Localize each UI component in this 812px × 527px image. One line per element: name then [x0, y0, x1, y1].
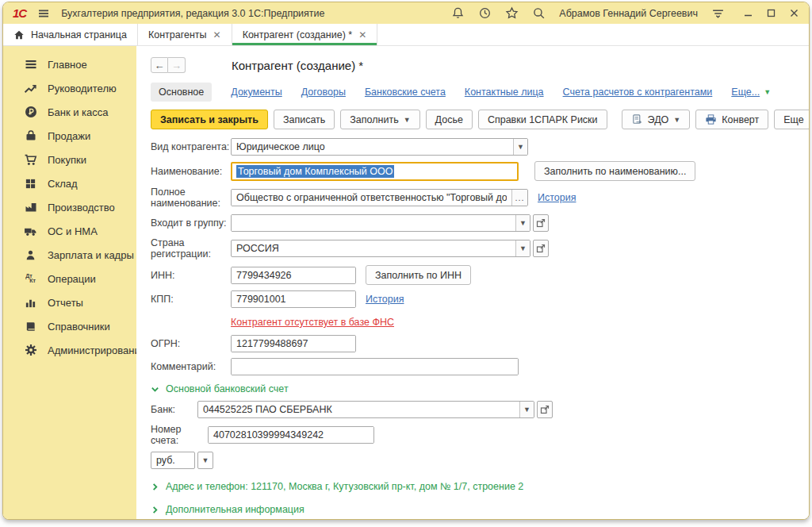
open-form-icon	[540, 405, 550, 414]
close-tab-icon[interactable]: ✕	[358, 29, 366, 40]
chevron-down-icon[interactable]: ▼	[513, 139, 527, 155]
address-section-toggle[interactable]: Адрес и телефон: 121170, Москва г, Кутуз…	[151, 481, 810, 492]
edo-dropdown-button[interactable]: ЭДО▼	[622, 110, 691, 129]
fill-by-name-button[interactable]: Заполнить по наименованию...	[534, 161, 695, 181]
group-open-button[interactable]	[533, 214, 549, 232]
kpp-input[interactable]	[231, 290, 356, 308]
sidebar-item-glavnoe[interactable]: Главное	[3, 52, 136, 76]
dossier-button[interactable]: Досье	[426, 110, 473, 129]
history-icon[interactable]	[478, 6, 492, 20]
nav-dogovory[interactable]: Договоры	[301, 87, 346, 98]
group-combobox[interactable]: ▼	[231, 214, 530, 232]
tab-label: Начальная страница	[31, 29, 127, 40]
book-icon	[24, 320, 37, 333]
kpp-text[interactable]	[232, 291, 355, 307]
chevron-down-icon[interactable]: ▼	[519, 402, 534, 417]
full-name-text[interactable]	[232, 190, 511, 206]
save-button[interactable]: Записать	[274, 110, 335, 129]
bank-combobox[interactable]: 044525225 ПАО СБЕРБАНК ▼	[197, 401, 534, 418]
notifications-bell-icon[interactable]	[451, 6, 465, 20]
save-and-close-button[interactable]: Записать и закрыть	[151, 110, 268, 129]
service-menu-icon[interactable]	[711, 6, 725, 20]
full-name-input[interactable]: ...	[231, 189, 528, 206]
group-text[interactable]	[232, 215, 515, 231]
search-icon[interactable]	[532, 6, 546, 20]
sidebar-item-proizvodstvo[interactable]: Производство	[3, 195, 136, 219]
nav-more-button[interactable]: Еще... ▼	[731, 87, 771, 98]
kind-combobox[interactable]: Юридическое лицо ▼	[231, 138, 528, 156]
extra-info-section-toggle[interactable]: Дополнительная информация	[151, 504, 810, 515]
sidebar-item-sklad[interactable]: Склад	[3, 171, 136, 195]
bank-section-toggle[interactable]: Основной банковский счет	[151, 383, 810, 394]
inn-input[interactable]	[231, 267, 356, 284]
nav-bankovskie-scheta[interactable]: Банковские счета	[365, 87, 446, 98]
account-number-text[interactable]	[209, 427, 373, 443]
sidebar-item-zarplata-kadry[interactable]: Зарплата и кадры	[3, 243, 136, 267]
nav-kontaktnye-lica[interactable]: Контактные лица	[465, 87, 544, 98]
tab-kontragenty[interactable]: Контрагенты ✕	[138, 24, 232, 45]
country-open-button[interactable]	[533, 240, 549, 257]
chevron-right-icon	[151, 506, 159, 514]
fill-by-inn-button[interactable]: Заполнить по ИНН	[366, 265, 471, 285]
favorites-star-icon[interactable]	[505, 6, 519, 20]
nav-scheta-raschetov[interactable]: Счета расчетов с контрагентами	[563, 87, 713, 98]
current-user[interactable]: Абрамов Геннадий Сергеевич	[559, 8, 698, 19]
field-label: Полное наименование:	[151, 187, 231, 209]
name-input[interactable]: Торговый дом Комплексный ООО	[231, 162, 519, 181]
chevron-down-icon[interactable]: ▼	[515, 215, 530, 231]
country-combobox[interactable]: РОССИЯ ▼	[231, 240, 530, 257]
grid-icon	[24, 177, 37, 190]
chevron-down-icon: ▼	[764, 88, 771, 96]
form-nav: Основное Документы Договоры Банковские с…	[151, 82, 810, 102]
sidebar-item-os-nma[interactable]: ОС и НМА	[3, 219, 136, 243]
field-label: Входит в группу:	[151, 217, 231, 229]
ogrn-text[interactable]	[232, 336, 355, 352]
nav-dokumenty[interactable]: Документы	[231, 87, 282, 98]
sidebar-item-operacii[interactable]: ДтКт Операции	[3, 267, 136, 290]
more-dropdown-button[interactable]: Еще▼	[774, 110, 810, 129]
account-number-input[interactable]	[208, 426, 374, 444]
forward-button[interactable]: →	[168, 57, 186, 73]
field-label: Номер счета:	[151, 424, 208, 446]
currency-combobox[interactable]: руб.	[151, 452, 195, 469]
field-label: Наименование:	[151, 166, 231, 177]
full-name-history-link[interactable]: История	[538, 192, 576, 203]
sidebar-item-administrirovanie[interactable]: Администрирование	[3, 338, 136, 362]
sidebar-item-bank-kassa[interactable]: Банк и касса	[3, 100, 136, 124]
person-icon	[24, 248, 37, 262]
fns-warning-link[interactable]: Контрагент отсутствует в базе ФНС	[231, 317, 394, 328]
tab-kontragent-create[interactable]: Контрагент (создание) * ✕	[232, 24, 378, 45]
address-section-title: Адрес и телефон: 121170, Москва г, Кутуз…	[166, 481, 523, 492]
spark-button[interactable]: Справки 1СПАРК Риски	[478, 110, 607, 129]
inn-text[interactable]	[232, 267, 355, 283]
field-label: Комментарий:	[151, 361, 231, 372]
sidebar-item-spravochniki[interactable]: Справочники	[3, 314, 136, 338]
ellipsis-button[interactable]: ...	[511, 190, 527, 206]
main-menu-icon[interactable]	[37, 7, 50, 20]
chevron-down-icon[interactable]: ▼	[515, 240, 530, 256]
sidebar-item-pokupki[interactable]: Покупки	[3, 148, 136, 171]
ogrn-input[interactable]	[231, 335, 356, 352]
sidebar-item-otchety[interactable]: Отчеты	[3, 290, 136, 314]
factory-icon	[24, 201, 37, 214]
tab-home[interactable]: Начальная страница	[3, 24, 138, 45]
comment-text[interactable]	[232, 359, 518, 375]
sidebar-item-prodazhi[interactable]: Продажи	[3, 124, 136, 148]
fill-dropdown-button[interactable]: Заполнить▼	[340, 110, 419, 129]
chevron-right-icon	[151, 483, 159, 491]
dt-kt-icon: ДтКт	[24, 272, 37, 286]
minimize-button[interactable]	[743, 8, 753, 18]
open-form-icon	[536, 244, 546, 253]
envelope-print-button[interactable]: Конверт	[695, 110, 768, 129]
bank-open-button[interactable]	[537, 401, 553, 418]
currency-dropdown-button[interactable]: ▼	[197, 452, 213, 469]
maximize-button[interactable]	[766, 8, 776, 18]
kpp-history-link[interactable]: История	[366, 294, 404, 305]
comment-input[interactable]	[231, 358, 519, 375]
sidebar-item-rukovoditelyu[interactable]: Руководителю	[3, 76, 136, 100]
back-button[interactable]: ←	[151, 57, 168, 73]
close-window-button[interactable]	[789, 8, 799, 18]
app-window: 1С Бухгалтерия предприятия, редакция 3.0…	[2, 2, 810, 520]
close-tab-icon[interactable]: ✕	[213, 29, 221, 40]
nav-osnovnoe[interactable]: Основное	[151, 83, 212, 102]
